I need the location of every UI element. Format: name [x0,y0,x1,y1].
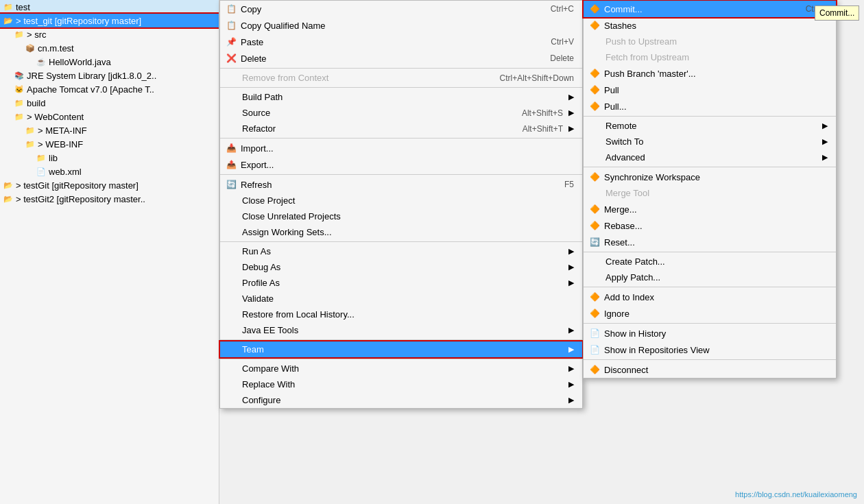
rmenu-label-merge_tool: Merge Tool [605,188,649,198]
rmenu-item-merge_tool[interactable]: Merge Tool [584,185,836,201]
rmenu-separator-sep_r2 [584,167,836,167]
menu-item-build_path[interactable]: Build Path▶ [220,89,582,105]
rmenu-label-push_branch: Push Branch 'master'... [604,69,696,79]
tree-item-lib[interactable]: 📁lib [0,151,219,165]
tree-item-src[interactable]: 📁> src [0,27,219,41]
menu-label-remove_context: Remove from Context [242,73,328,83]
menu-item-team[interactable]: Team▶ [220,341,582,357]
rmenu-icon-ignore: 🔶 [589,308,600,319]
tree-item-meta_inf[interactable]: 📁> META-INF [0,123,219,137]
tree-item-webcontent[interactable]: 📁> WebContent [0,110,219,123]
menu-label-close_project: Close Project [242,195,295,206]
rmenu-item-reset[interactable]: 🔄Reset... [584,234,836,250]
rmenu-item-remote[interactable]: Remote▶ [584,118,836,134]
menu-item-close_unrelated[interactable]: Close Unrelated Projects [220,208,582,224]
rmenu-item-push_branch[interactable]: 🔶Push Branch 'master'... [584,65,836,82]
rmenu-label-ignore: Ignore [604,309,629,319]
rmenu-item-create_patch[interactable]: Create Patch... [584,254,836,269]
rmenu-item-pull[interactable]: 🔶Pull [584,82,836,98]
menu-item-export[interactable]: 📤Export... [220,156,582,173]
rmenu-item-stashes[interactable]: 🔶Stashes [584,17,836,34]
tree-icon-web_inf: 📁 [25,139,36,149]
menu-label-close_unrelated: Close Unrelated Projects [242,211,341,221]
rmenu-item-rebase[interactable]: 🔶Rebase... [584,217,836,234]
rmenu-separator-sep_r1 [584,116,836,117]
url-bar: https://blog.csdn.net/kuailexiaomeng [735,490,857,499]
menu-item-replace_with[interactable]: Replace With▶ [220,376,582,392]
tree-icon-helloworld: ☕ [36,56,47,67]
menu-item-refresh[interactable]: 🔄RefreshF5 [220,176,582,193]
menu-shortcut-refresh: F5 [564,180,574,189]
menu-item-restore_history[interactable]: Restore from Local History... [220,307,582,322]
tree-label-test_git: > test_git [gitRepository master] [16,16,141,26]
rmenu-item-fetch_upstream[interactable]: Fetch from Upstream [584,49,836,65]
rmenu-label-pull_ellipsis: Pull... [604,101,627,112]
rmenu-item-show_history[interactable]: 📄Show in History [584,325,836,341]
context-menu-right: 🔶Commit...Ctrl+#🔶StashesPush to Upstream… [583,0,837,379]
rsubmenu-arrow-switch_to: ▶ [822,137,828,146]
menu-item-delete[interactable]: ❌DeleteDelete [220,50,582,67]
menu-item-remove_context[interactable]: Remove from ContextCtrl+Alt+Shift+Down [220,70,582,86]
tree-label-meta_inf: > META-INF [38,125,87,136]
menu-item-java_ee_tools[interactable]: Java EE Tools▶ [220,322,582,338]
menu-item-import[interactable]: 📥Import... [220,140,582,156]
menu-item-source[interactable]: SourceAlt+Shift+S▶ [220,105,582,121]
submenu-arrow-java_ee_tools: ▶ [568,326,574,335]
rmenu-item-show_repos[interactable]: 📄Show in Repositories View [584,341,836,358]
menu-item-configure[interactable]: Configure▶ [220,392,582,408]
rmenu-item-pull_ellipsis[interactable]: 🔶Pull... [584,98,836,115]
tree-item-testgit[interactable]: 📂> testGit [gitRepository master] [0,178,219,192]
rmenu-label-commit: Commit... [604,4,643,14]
rmenu-separator-sep_r6 [584,359,836,360]
menu-item-refactor[interactable]: RefactorAlt+Shift+T▶ [220,121,582,136]
menu-item-compare_with[interactable]: Compare With▶ [220,361,582,376]
rmenu-item-push_upstream[interactable]: Push to Upstream [584,34,836,49]
rmenu-item-ignore[interactable]: 🔶Ignore [584,305,836,322]
menu-label-copy_qualified: Copy Qualified Name [241,21,326,31]
menu-separator-sep2 [220,87,582,88]
menu-item-paste[interactable]: 📌PasteCtrl+V [220,34,582,50]
tree-item-testgit2[interactable]: 📂> testGit2 [gitRepository master.. [0,192,219,206]
menu-label-java_ee_tools: Java EE Tools [242,325,298,335]
rmenu-item-add_index[interactable]: 🔶Add to Index [584,289,836,305]
menu-shortcut-source: Alt+Shift+S [522,108,563,118]
tree-item-helloworld[interactable]: ☕HelloWorld.java [0,55,219,69]
tree-item-test_git[interactable]: 📂> test_git [gitRepository master] [0,14,219,27]
submenu-arrow-source: ▶ [568,108,574,117]
url-bar-text: https://blog.csdn.net/kuailexiaomeng [735,490,857,499]
menu-item-assign_working[interactable]: Assign Working Sets... [220,224,582,240]
tree-item-web_xml[interactable]: 📄web.xml [0,165,219,178]
tree-item-jre[interactable]: 📚JRE System Library [jdk1.8.0_2.. [0,69,219,82]
menu-item-copy_qualified[interactable]: 📋Copy Qualified Name [220,17,582,34]
rmenu-item-switch_to[interactable]: Switch To▶ [584,134,836,149]
menu-item-validate[interactable]: Validate [220,291,582,307]
rmenu-label-create_patch: Create Patch... [605,256,665,267]
rmenu-item-merge[interactable]: 🔶Merge... [584,201,836,217]
tree-item-tomcat[interactable]: 🐱Apache Tomcat v7.0 [Apache T.. [0,82,219,96]
tree-icon-webcontent: 📁 [14,111,25,122]
rmenu-item-apply_patch[interactable]: Apply Patch... [584,269,836,285]
menu-label-profile_as: Profile As [242,278,280,288]
rmenu-icon-show_history: 📄 [589,328,600,339]
rmenu-icon-reset: 🔄 [589,237,600,248]
tree-item-build[interactable]: 📁build [0,96,219,110]
menu-item-debug_as[interactable]: Debug As▶ [220,259,582,275]
menu-item-run_as[interactable]: Run As▶ [220,243,582,259]
project-tree: 📁test📂> test_git [gitRepository master]📁… [0,0,219,504]
tree-label-cn_m_test: cn.m.test [38,43,74,53]
tree-label-testgit2: > testGit2 [gitRepository master.. [16,194,145,204]
menu-shortcut-delete: Delete [550,53,574,63]
menu-item-copy[interactable]: 📋CopyCtrl+C [220,1,582,17]
rmenu-item-sync_workspace[interactable]: 🔶Synchronize Workspace [584,169,836,185]
menu-separator-sep6 [220,339,582,340]
tree-icon-tomcat: 🐱 [14,84,25,95]
rmenu-item-advanced[interactable]: Advanced▶ [584,149,836,165]
submenu-arrow-refactor: ▶ [568,124,574,133]
menu-item-close_project[interactable]: Close Project [220,193,582,208]
tree-item-cn_m_test[interactable]: 📦cn.m.test [0,41,219,55]
tree-item-test[interactable]: 📁test [0,0,219,14]
menu-item-profile_as[interactable]: Profile As▶ [220,275,582,291]
rmenu-item-commit[interactable]: 🔶Commit...Ctrl+# [584,1,836,17]
rmenu-item-disconnect[interactable]: 🔶Disconnect [584,361,836,378]
tree-item-web_inf[interactable]: 📁> WEB-INF [0,137,219,151]
